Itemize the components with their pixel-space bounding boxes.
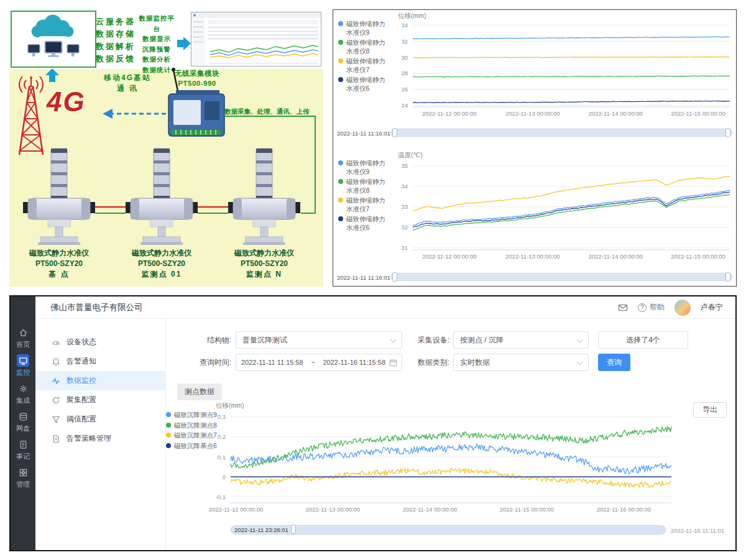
app-header: 佛山市普量电子有限公司 ? 帮助 卢春宁 <box>35 296 735 319</box>
journal-icon <box>17 438 29 451</box>
device-value: 按测点 / 沉降 <box>460 335 504 346</box>
legend-item[interactable]: 磁致伸缩静力水准仪6 <box>338 76 392 93</box>
menu-item-数据监控[interactable]: 数据监控 <box>35 371 165 390</box>
datazoom-slider[interactable] <box>390 273 732 281</box>
datazoom-start-time: 2022-11-11 23:28:01 <box>234 526 288 533</box>
company-title: 佛山市普量电子有限公司 <box>50 302 143 313</box>
platform-labels: 数据监控平台数据显示沉降预警数据分析数据统计 <box>137 13 176 75</box>
category-label: 数据类别: <box>402 354 449 371</box>
export-button[interactable]: 导出 <box>693 402 727 418</box>
menu-item-label: 设备状态 <box>67 337 96 347</box>
data-monitor-icon <box>52 377 60 385</box>
menu-item-告警通知[interactable]: 告警通知 <box>35 352 165 371</box>
svg-text:0.2: 0.2 <box>218 433 226 440</box>
4g-tower-illustration <box>19 76 43 155</box>
svg-text:31: 31 <box>401 244 408 251</box>
tab-measure-point-data[interactable]: 测点数据 <box>177 383 222 400</box>
legend-item[interactable]: 磁致伸缩静力水准仪8 <box>338 39 392 55</box>
sidebar-item-集成[interactable]: 集成 <box>11 380 35 408</box>
integration-icon <box>17 382 29 395</box>
svg-text:2022-11-12 00:00:00: 2022-11-12 00:00:00 <box>422 110 477 117</box>
datazoom-slider[interactable] <box>231 525 666 535</box>
svg-text:2022-11-13 00:00:00: 2022-11-13 00:00:00 <box>505 253 560 260</box>
legend-item[interactable]: 磁致伸缩静力水准仪9 <box>338 159 392 176</box>
svg-text:0.3: 0.3 <box>218 413 226 420</box>
menu-item-聚集配置[interactable]: 聚集配置 <box>35 390 165 410</box>
device-select[interactable]: 按测点 / 沉降 <box>453 331 589 349</box>
svg-text:28: 28 <box>401 70 408 76</box>
sensor-label: 磁致式静力水准仪 PT500-SZY20 监测点 N <box>218 248 311 280</box>
legend-label: 磁致伸缩静力水准仪6 <box>346 215 385 231</box>
svg-text:2022-11-13 00:00:00: 2022-11-13 00:00:00 <box>306 506 361 513</box>
sidebar-item-label: 网盘 <box>16 424 30 433</box>
legend-item[interactable]: 磁致伸缩静力水准仪7 <box>338 57 392 74</box>
mail-icon[interactable] <box>618 303 628 313</box>
flow-arrow-up-icon <box>45 68 59 82</box>
4g-text: 4G <box>47 86 86 117</box>
svg-text:位移(mm): 位移(mm) <box>398 12 426 19</box>
svg-text:34: 34 <box>401 183 408 190</box>
sensor-label: 磁致式静力水准仪 PT500-SZY20 基 点 <box>12 248 106 280</box>
sensor-model: PT500-SZY20 <box>12 259 106 269</box>
datazoom-handle[interactable] <box>392 272 397 282</box>
structure-label: 结构物: <box>182 331 231 349</box>
sidebar-item-监控[interactable]: 监控 <box>11 352 35 380</box>
svg-text:2022-11-15 00:00:00: 2022-11-15 00:00:00 <box>671 110 725 117</box>
legend-item[interactable]: 磁致伸缩静力水准仪6 <box>338 215 392 232</box>
cloud-label-line: 云服务器 <box>95 16 136 28</box>
history-charts-panel: 磁致伸缩静力水准仪9 磁致伸缩静力水准仪8 磁致伸缩静力水准仪7 磁致伸缩静力水… <box>333 9 737 287</box>
help-label: 帮助 <box>650 302 665 313</box>
datazoom-handle[interactable] <box>291 525 296 534</box>
legend-color-dot <box>338 40 343 45</box>
legend-item[interactable]: 磁致伸缩静力水准仪7 <box>338 196 392 213</box>
legend-label: 磁致伸缩静力水准仪8 <box>346 39 385 55</box>
home-icon <box>17 326 29 339</box>
sidebar-item-首页[interactable]: 首页 <box>11 324 35 352</box>
menu-item-告警策略管理[interactable]: 告警策略管理 <box>35 429 165 448</box>
menu-item-label: 告警通知 <box>67 356 96 367</box>
sidebar-item-管理[interactable]: 管理 <box>11 464 35 492</box>
category-select[interactable]: 实时数据 <box>453 354 589 371</box>
date-range-picker[interactable]: 2022-11-11 11:15:58 ~ 2022-11-16 11:15:5… <box>236 354 402 371</box>
legend-color-dot <box>166 433 171 438</box>
sensor-role: 监测点 N <box>218 269 311 280</box>
legend-color-dot <box>338 160 343 165</box>
legend-label: 磁致伸缩静力水准仪6 <box>346 76 385 92</box>
svg-text:0.1: 0.1 <box>218 454 226 461</box>
query-button[interactable]: 查询 <box>598 354 630 371</box>
menu-item-label: 告警策略管理 <box>67 433 111 444</box>
sensor-role: 监测点 01 <box>115 269 208 280</box>
sidebar-item-事记[interactable]: 事记 <box>11 436 35 464</box>
svg-text:2022-11-14 00:00:00: 2022-11-14 00:00:00 <box>589 253 643 260</box>
alarm-policy-icon <box>52 434 60 443</box>
platform-label-line: 数据显示 <box>137 34 176 44</box>
side-menu: 设备状态 告警通知 数据监控 聚集配置 阈值配置 告警策略管理 <box>35 319 166 550</box>
legend-item[interactable]: 磁致伸缩静力水准仪8 <box>338 178 392 195</box>
datazoom-end-time: 2022-11-16 11:11:01 <box>671 527 724 534</box>
sidebar-item-网盘[interactable]: 网盘 <box>11 408 35 436</box>
datazoom-handle[interactable] <box>725 128 730 137</box>
avatar[interactable] <box>675 300 691 316</box>
structure-select[interactable]: 普量沉降测试 <box>236 331 402 349</box>
legend-color-dot <box>166 443 171 448</box>
monitoring-app-window: 首页 监控 集成 网盘 事记 管理 佛山市普量电子有限公司 ? 帮助 卢 <box>9 295 737 551</box>
legend-color-dot <box>338 21 343 26</box>
chart-legend: 磁致伸缩静力水准仪9 磁致伸缩静力水准仪8 磁致伸缩静力水准仪7 磁致伸缩静力水… <box>338 159 392 234</box>
sensor-illustration <box>126 149 198 245</box>
sensor-illustration <box>23 149 95 245</box>
legend-label: 磁致伸缩静力水准仪8 <box>346 178 385 194</box>
selected-count-box[interactable]: 选择了4个 <box>598 331 688 349</box>
cloud-labels: 云服务器数据存储数据解析数据反馈 <box>95 16 136 65</box>
legend-label: 磁致伸缩静力水准仪9 <box>346 159 385 175</box>
menu-item-阈值配置[interactable]: 阈值配置 <box>35 410 165 429</box>
datazoom-handle[interactable] <box>392 128 397 137</box>
user-name[interactable]: 卢春宁 <box>701 302 723 313</box>
datazoom-handle[interactable] <box>725 272 730 282</box>
menu-item-设备状态[interactable]: 设备状态 <box>35 333 165 352</box>
legend-item[interactable]: 磁致伸缩静力水准仪9 <box>338 20 392 37</box>
svg-text:2022-11-14 00:00:00: 2022-11-14 00:00:00 <box>589 110 643 117</box>
temperature-history-chart: 31323334352022-11-12 00:00:002022-11-13 … <box>390 150 734 270</box>
help-button[interactable]: ? 帮助 <box>638 302 665 313</box>
datazoom-slider[interactable] <box>390 129 732 137</box>
svg-text:2022-11-15 00:00:00: 2022-11-15 00:00:00 <box>500 506 555 513</box>
